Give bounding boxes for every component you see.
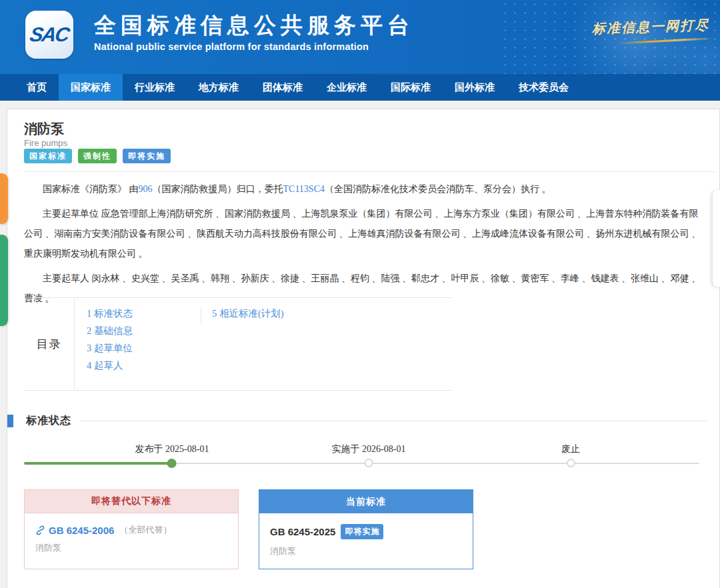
toc-column-divider — [201, 307, 201, 325]
badge-upcoming: 即将实施 — [123, 149, 171, 163]
replaced-card-header: 即将替代以下标准 — [25, 490, 238, 513]
toc-item-drafting-units[interactable]: 3 起草单位 — [87, 339, 451, 357]
toc-item-drafters[interactable]: 4 起草人 — [87, 357, 451, 374]
standard-title-zh: 消防泵 — [24, 120, 64, 138]
link-tc113sc4[interactable]: TC113SC4 — [283, 184, 325, 194]
nav-item-foreign-standards[interactable]: 国外标准 — [443, 74, 507, 101]
link-906[interactable]: 906 — [139, 184, 153, 194]
replaced-standard-name: 消防泵 — [35, 542, 227, 554]
timeline-label-abolished: 废止 — [561, 442, 580, 457]
divider — [24, 171, 717, 172]
current-card-header: 当前标准 — [259, 490, 473, 513]
current-standard-name: 消防泵 — [270, 545, 462, 557]
sac-logo[interactable]: SAC — [25, 11, 73, 59]
nav-item-local-standards[interactable]: 地方标准 — [187, 74, 251, 101]
status-section-header: 标准状态 — [7, 414, 707, 428]
status-timeline: 发布于 2025-08-01 实施于 2026-08-01 废止 — [7, 437, 719, 479]
timeline-label-published: 发布于 2025-08-01 — [135, 442, 209, 457]
section-rule — [81, 421, 707, 421]
badge-row: 国家标准 强制性 即将实施 — [24, 149, 171, 163]
timeline-dot-abolished — [567, 459, 575, 467]
slogan-text: 标准信息一网打尽 — [556, 16, 710, 39]
current-standard-code: GB 6245-2025 — [270, 526, 335, 537]
intro-prefix: 国家标准《消防泵》 由 — [43, 184, 139, 194]
toc-item-basic-info[interactable]: 2 基础信息 — [87, 322, 451, 339]
toc-box: 目录 1 标准状态 2 基础信息 3 起草单位 4 起草人 5 相近标准(计划) — [24, 297, 451, 391]
standard-cards-row: 即将替代以下标准 GB 6245-2006 （全部代替） — [24, 489, 473, 569]
nav-item-industry-standards[interactable]: 行业标准 — [123, 74, 187, 101]
nav-item-technical-committees[interactable]: 技术委员会 — [507, 74, 581, 101]
nav-item-enterprise-standards[interactable]: 企业标准 — [315, 74, 379, 101]
current-standard-badge: 即将实施 — [341, 524, 383, 539]
side-tab-orange[interactable] — [0, 173, 8, 224]
current-card-body: GB 6245-2025 即将实施 消防泵 — [259, 513, 473, 557]
timeline-stop-implemented: 实施于 2026-08-01 — [332, 442, 406, 467]
toc-label: 目录 — [37, 337, 62, 352]
standard-title-en: Fire pumps — [24, 138, 67, 148]
paragraph-centralized: 国家标准《消防泵》 由906（国家消防救援局）归口，委托TC113SC4（全国消… — [24, 179, 704, 199]
page: SAC 全国标准信息公共服务平台 National public service… — [0, 0, 720, 588]
header-slogan: 标准信息一网打尽 — [556, 19, 709, 42]
toc-links: 1 标准状态 2 基础信息 3 起草单位 4 起草人 5 相近标准(计划) — [75, 298, 451, 390]
intro-mid: （国家消防救援局）归口，委托 — [153, 184, 283, 194]
nav-item-group-standards[interactable]: 团体标准 — [251, 74, 315, 101]
badge-national-standard: 国家标准 — [24, 149, 72, 163]
current-standard-card: 当前标准 GB 6245-2025 即将实施 消防泵 — [259, 489, 473, 569]
nav-item-home[interactable]: 首页 — [15, 74, 59, 101]
paragraph-drafting-units: 主要起草单位 应急管理部上海消防研究所 、国家消防救援局 、上海凯泉泵业（集团）… — [24, 204, 704, 264]
timeline-dot-published — [167, 459, 177, 468]
site-subtitle: National public service platform for sta… — [94, 41, 414, 52]
current-code-row: GB 6245-2025 即将实施 — [270, 524, 462, 539]
intro-suffix: （全国消防标准化技术委员会消防车、泵分会）执行 。 — [325, 184, 551, 194]
site-title: 全国标准信息公共服务平台 — [94, 13, 414, 38]
replaced-code-row: GB 6245-2006 （全部代替） — [35, 524, 227, 536]
chain-link-icon — [35, 525, 45, 535]
replaced-card-body: GB 6245-2006 （全部代替） 消防泵 — [25, 513, 238, 554]
content-card: 消防泵 Fire pumps 国家标准 强制性 即将实施 国家标准《消防泵》 由… — [7, 109, 720, 588]
replaced-standard-card: 即将替代以下标准 GB 6245-2006 （全部代替） — [24, 489, 239, 569]
toc-item-similar-standards[interactable]: 5 相近标准(计划) — [212, 305, 284, 322]
timeline-stop-abolished: 废止 — [561, 442, 580, 467]
timeline-label-implemented: 实施于 2026-08-01 — [332, 442, 406, 457]
site-header: SAC 全国标准信息公共服务平台 National public service… — [0, 0, 720, 74]
badge-mandatory: 强制性 — [78, 149, 117, 163]
main-nav: 首页 国家标准 行业标准 地方标准 团体标准 企业标准 国际标准 国外标准 技术… — [0, 74, 720, 101]
nav-item-international-standards[interactable]: 国际标准 — [379, 74, 443, 101]
section-marker — [7, 415, 13, 427]
replaced-standard-note: （全部代替） — [119, 524, 171, 536]
side-tab-green[interactable] — [0, 235, 8, 326]
sac-logo-text: SAC — [28, 23, 70, 46]
site-title-block: 全国标准信息公共服务平台 National public service pla… — [94, 13, 414, 52]
status-section-title: 标准状态 — [26, 414, 71, 428]
timeline-dot-implemented — [364, 459, 373, 467]
replaced-standard-link[interactable]: GB 6245-2006 — [49, 525, 114, 536]
toc-label-cell: 目录 — [24, 298, 75, 390]
standard-description: 国家标准《消防泵》 由906（国家消防救援局）归口，委托TC113SC4（全国消… — [24, 177, 704, 313]
nav-item-national-standards[interactable]: 国家标准 — [59, 74, 123, 101]
timeline-stop-published: 发布于 2025-08-01 — [135, 442, 209, 468]
toc-column-2: 5 相近标准(计划) — [212, 305, 284, 322]
right-floating-strip[interactable] — [713, 190, 720, 287]
